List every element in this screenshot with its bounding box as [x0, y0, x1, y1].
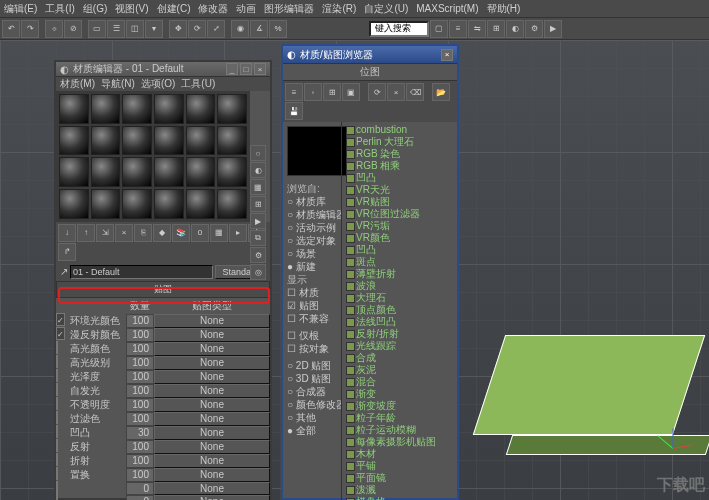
search-input[interactable]	[369, 21, 429, 37]
sample-slot[interactable]	[59, 157, 89, 187]
mat-menu-nav[interactable]: 导航(N)	[101, 77, 135, 91]
rotate-icon[interactable]: ⟳	[188, 20, 206, 38]
show-map-icon[interactable]: ▦	[210, 224, 228, 242]
map-slot-button[interactable]: None	[154, 495, 270, 500]
sample-slot[interactable]	[91, 189, 121, 219]
sample-slot[interactable]	[59, 189, 89, 219]
menu-create[interactable]: 创建(C)	[157, 2, 191, 16]
sample-slot[interactable]	[217, 126, 247, 156]
map-type-item[interactable]: 灰泥	[344, 364, 455, 376]
map-slot-button[interactable]: None	[154, 328, 270, 342]
filter-item[interactable]: ● 全部	[287, 424, 337, 437]
save-icon[interactable]: 💾	[285, 102, 303, 120]
map-type-item[interactable]: combustion	[344, 124, 455, 136]
map-type-item[interactable]: 薄壁折射	[344, 268, 455, 280]
align-icon[interactable]: ≡	[449, 20, 467, 38]
map-checkbox[interactable]	[56, 439, 58, 452]
close-icon[interactable]: ×	[254, 63, 266, 75]
sample-slot[interactable]	[122, 189, 152, 219]
filter-item[interactable]: ○ 场景	[287, 247, 337, 260]
sample-slot[interactable]	[154, 157, 184, 187]
map-type-item[interactable]: 法线凹凸	[344, 316, 455, 328]
sample-type-icon[interactable]: ○	[250, 145, 266, 161]
map-slot-button[interactable]: None	[154, 412, 270, 426]
map-slot-button[interactable]: None	[154, 426, 270, 440]
array-icon[interactable]: ⊞	[487, 20, 505, 38]
map-type-item[interactable]: VR污垢	[344, 220, 455, 232]
map-type-item[interactable]: 粒子运动模糊	[344, 424, 455, 436]
sample-slot[interactable]	[217, 157, 247, 187]
options-icon[interactable]: ⚙	[250, 247, 266, 263]
sample-slot[interactable]	[91, 126, 121, 156]
map-checkbox[interactable]	[56, 494, 58, 500]
map-checkbox[interactable]	[56, 313, 65, 326]
map-type-item[interactable]: 斑点	[344, 256, 455, 268]
map-type-item[interactable]: 混合	[344, 376, 455, 388]
map-checkbox[interactable]	[56, 397, 58, 410]
unlink-icon[interactable]: ⊘	[64, 20, 82, 38]
filter-item[interactable]: ○ 活动示例	[287, 221, 337, 234]
map-amount-spinner[interactable]: 100	[126, 384, 154, 398]
filter-item[interactable]: ○ 颜色修改器	[287, 398, 337, 411]
map-checkbox[interactable]	[56, 327, 65, 340]
sample-slot[interactable]	[186, 189, 216, 219]
menu-view[interactable]: 视图(V)	[115, 2, 148, 16]
filter-icon[interactable]: ▾	[145, 20, 163, 38]
menu-render[interactable]: 渲染(R)	[322, 2, 356, 16]
sample-slot[interactable]	[186, 94, 216, 124]
map-amount-spinner[interactable]: 100	[126, 468, 154, 482]
filter-item[interactable]: ☐ 按对象	[287, 342, 337, 355]
uv-tile-icon[interactable]: ⊞	[250, 196, 266, 212]
view-icons-icon[interactable]: ⊞	[323, 83, 341, 101]
filter-item[interactable]: ○ 2D 贴图	[287, 359, 337, 372]
menu-animation[interactable]: 动画	[236, 2, 256, 16]
put-to-scene-icon[interactable]: ↑	[77, 224, 95, 242]
filter-item[interactable]: ☐ 不兼容	[287, 312, 337, 325]
select-region-icon[interactable]: ◫	[126, 20, 144, 38]
sample-slot[interactable]	[154, 94, 184, 124]
map-checkbox[interactable]	[56, 383, 58, 396]
view-small-icon[interactable]: ◦	[304, 83, 322, 101]
show-end-icon[interactable]: ▸	[229, 224, 247, 242]
map-type-item[interactable]: VR天光	[344, 184, 455, 196]
maps-rollout-header[interactable]: 贴图	[56, 281, 270, 298]
filter-item[interactable]: ☐ 材质	[287, 286, 337, 299]
map-slot-button[interactable]: None	[154, 384, 270, 398]
delete-icon[interactable]: ×	[387, 83, 405, 101]
sample-slot[interactable]	[91, 157, 121, 187]
move-icon[interactable]: ✥	[169, 20, 187, 38]
map-slot-button[interactable]: None	[154, 370, 270, 384]
snap-icon[interactable]: ◉	[231, 20, 249, 38]
filter-item[interactable]: ● 新建	[287, 260, 337, 273]
map-type-item[interactable]: VR位图过滤器	[344, 208, 455, 220]
map-checkbox[interactable]	[56, 341, 58, 354]
map-checkbox[interactable]	[56, 425, 58, 438]
map-type-item[interactable]: VR贴图	[344, 196, 455, 208]
mat-menu-options[interactable]: 选项(O)	[141, 77, 175, 91]
map-type-item[interactable]: 木材	[344, 448, 455, 460]
filter-item[interactable]: ○ 其他	[287, 411, 337, 424]
map-slot-button[interactable]: None	[154, 398, 270, 412]
redo-icon[interactable]: ↷	[21, 20, 39, 38]
make-copy-icon[interactable]: ⎘	[134, 224, 152, 242]
map-type-item[interactable]: 渐变	[344, 388, 455, 400]
background-icon[interactable]: ▦	[250, 179, 266, 195]
map-slot-button[interactable]: None	[154, 454, 270, 468]
map-type-item[interactable]: VR颜色	[344, 232, 455, 244]
backlight-icon[interactable]: ◐	[250, 162, 266, 178]
sample-slot[interactable]	[217, 189, 247, 219]
map-type-item[interactable]: 波浪	[344, 280, 455, 292]
sample-slot[interactable]	[186, 157, 216, 187]
map-type-item[interactable]: 凹凸	[344, 172, 455, 184]
view-list-icon[interactable]: ≡	[285, 83, 303, 101]
assign-icon[interactable]: ⇲	[96, 224, 114, 242]
map-type-item[interactable]: 棋盘格	[344, 496, 455, 500]
menu-graph[interactable]: 图形编辑器	[264, 2, 314, 16]
filter-item[interactable]: ☐ 仅根	[287, 329, 337, 342]
sample-slot[interactable]	[217, 94, 247, 124]
map-amount-spinner[interactable]: 100	[126, 440, 154, 454]
map-type-item[interactable]: 光线跟踪	[344, 340, 455, 352]
render-icon[interactable]: ▶	[544, 20, 562, 38]
mat-menu-material[interactable]: 材质(M)	[60, 77, 95, 91]
map-checkbox[interactable]	[56, 411, 58, 424]
